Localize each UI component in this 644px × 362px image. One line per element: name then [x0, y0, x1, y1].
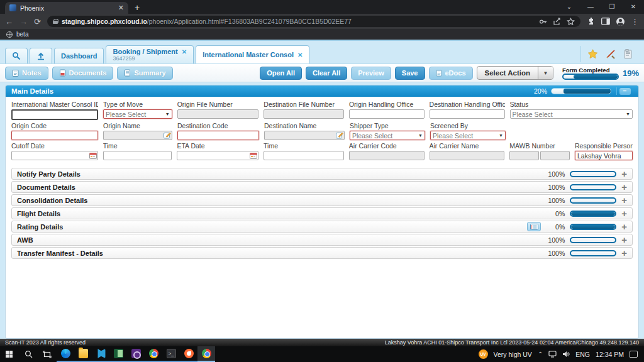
- eta-time-input[interactable]: [264, 151, 344, 160]
- notification-center-icon[interactable]: [630, 351, 638, 358]
- address-bar[interactable]: staging.shipco.phxcloud.io/phoenix/Appli…: [47, 16, 580, 27]
- save-button[interactable]: Save: [395, 67, 425, 80]
- edit-icon[interactable]: [164, 132, 171, 139]
- search-tab[interactable]: [5, 48, 28, 63]
- new-tab-button[interactable]: +: [135, 3, 140, 13]
- calendar-icon[interactable]: [89, 152, 97, 159]
- uv-index-icon[interactable]: UV: [479, 349, 488, 359]
- back-icon[interactable]: ←: [5, 17, 13, 26]
- taskbar-terminal[interactable]: >_: [162, 346, 180, 362]
- calendar-icon[interactable]: [250, 152, 257, 159]
- section-document-details[interactable]: Document Details 100% +: [11, 181, 633, 193]
- section-transfer-manifest-details[interactable]: Transfer Manifest - Details 100% +: [11, 247, 633, 259]
- reload-icon[interactable]: ⟳: [34, 17, 41, 26]
- expand-plus-icon[interactable]: +: [621, 169, 627, 178]
- section-rating-details[interactable]: Rating Details 0% +: [11, 221, 633, 233]
- select-action-dropdown[interactable]: Select Action ▼: [477, 66, 553, 80]
- section-notify-party-details[interactable]: Notify Party Details 100% +: [11, 168, 633, 180]
- share-icon[interactable]: [553, 18, 561, 26]
- taskbar-capture-tool[interactable]: [127, 346, 145, 362]
- favorites-star-icon[interactable]: [587, 49, 598, 59]
- eta-date-input[interactable]: [177, 151, 258, 160]
- main-details-collapse[interactable]: −: [616, 87, 633, 95]
- taskbar-chrome-active[interactable]: [197, 346, 215, 362]
- imc-id-input[interactable]: [11, 109, 98, 120]
- section-consolidation-details[interactable]: Consolidation Details 100% +: [11, 194, 633, 206]
- taskbar-search-button[interactable]: [19, 346, 38, 362]
- password-key-icon[interactable]: [539, 18, 547, 26]
- bookmark-star-icon[interactable]: [567, 18, 575, 26]
- rating-form-icon[interactable]: [527, 222, 541, 231]
- shipper-type-select[interactable]: Please Select▼: [350, 131, 425, 140]
- status-select[interactable]: Please Select▼: [510, 109, 633, 119]
- screened-by-select[interactable]: Please Select▼: [430, 131, 506, 140]
- tab-imc-close-icon[interactable]: ✕: [297, 52, 303, 58]
- collapse-minus-icon[interactable]: −: [619, 88, 631, 95]
- minimize-icon[interactable]: —: [580, 0, 601, 14]
- origin-code-input[interactable]: [11, 131, 98, 140]
- main-details-header[interactable]: Main Details 20% −: [6, 85, 638, 97]
- kebab-menu-icon[interactable]: ⋮: [631, 17, 639, 26]
- field-cutoff-time: Time: [103, 142, 172, 160]
- cutoff-time-input[interactable]: [103, 151, 172, 160]
- volume-icon[interactable]: [562, 351, 570, 358]
- tools-icon[interactable]: [606, 50, 616, 59]
- origin-handling-office-input[interactable]: [349, 109, 425, 119]
- expand-plus-icon[interactable]: +: [621, 182, 627, 192]
- window-menu-icon[interactable]: ⌄: [558, 0, 580, 14]
- taskbar-vscode[interactable]: [92, 346, 109, 362]
- network-icon[interactable]: [548, 351, 557, 358]
- tab-close-icon[interactable]: ✕: [118, 4, 124, 12]
- extensions-puzzle-icon[interactable]: [587, 18, 595, 26]
- taskbar-postman[interactable]: [180, 346, 197, 362]
- tab-booking-shipment[interactable]: Booking / Shipment ✕ 3647259: [106, 45, 194, 63]
- taskbar-edge[interactable]: [57, 346, 74, 362]
- preview-button[interactable]: Preview: [351, 67, 391, 80]
- section-flight-details[interactable]: Flight Details 0% +: [11, 207, 633, 219]
- bookmark-beta[interactable]: beta: [16, 31, 28, 38]
- clear-all-button[interactable]: Clear All: [306, 67, 347, 80]
- destination-code-input[interactable]: [177, 131, 259, 140]
- profile-avatar-icon[interactable]: [616, 18, 625, 26]
- taskbar-file-explorer[interactable]: [74, 346, 92, 362]
- documents-button[interactable]: Documents: [52, 67, 114, 80]
- expand-plus-icon[interactable]: +: [621, 235, 627, 244]
- expand-plus-icon[interactable]: +: [621, 209, 627, 218]
- section-awb[interactable]: AWB 100% +: [11, 234, 633, 246]
- responsible-person-input[interactable]: [575, 151, 633, 160]
- upload-tab[interactable]: [30, 48, 52, 63]
- expand-plus-icon[interactable]: +: [621, 195, 627, 205]
- language-indicator[interactable]: ENG: [575, 351, 590, 358]
- clock[interactable]: 12:34 PM: [596, 351, 624, 358]
- browser-tab[interactable]: Phoenix ✕: [5, 2, 128, 14]
- notes-button[interactable]: Notes: [5, 67, 48, 80]
- maximize-icon[interactable]: ❐: [601, 0, 623, 14]
- edocs-label: eDocs: [445, 69, 466, 77]
- side-panel-icon[interactable]: [601, 18, 610, 25]
- edocs-button[interactable]: eDocs: [429, 67, 473, 80]
- tray-chevron-icon[interactable]: ⌃: [538, 351, 543, 358]
- summary-button[interactable]: Summary: [117, 67, 172, 80]
- destination-name-input: [264, 131, 345, 140]
- task-view-button[interactable]: [38, 346, 57, 362]
- select-action-arrow-icon[interactable]: ▼: [538, 67, 553, 79]
- expand-plus-icon[interactable]: +: [621, 248, 627, 258]
- notes-panel-icon[interactable]: [624, 49, 633, 59]
- close-icon[interactable]: ✕: [623, 0, 644, 14]
- open-all-button[interactable]: Open All: [260, 67, 302, 80]
- destination-handling-office-input[interactable]: [430, 109, 505, 119]
- type-of-move-select[interactable]: Please Select▼: [103, 109, 172, 119]
- tab-dashboard[interactable]: Dashboard: [54, 48, 104, 63]
- edit-icon[interactable]: [336, 132, 343, 139]
- origin-file-number-label: Origin File Number: [177, 101, 259, 108]
- start-button[interactable]: [0, 346, 19, 362]
- taskbar-chrome[interactable]: [145, 346, 162, 362]
- taskbar-excel[interactable]: [109, 346, 127, 362]
- uv-index-text[interactable]: Very high UV: [494, 351, 532, 358]
- field-shipper-type: Shipper Type Please Select▼: [350, 122, 425, 140]
- tab-international-master-consol[interactable]: International Master Consol ✕: [196, 45, 309, 63]
- forward-icon[interactable]: →: [19, 17, 28, 26]
- tab-booking-close-icon[interactable]: ✕: [182, 48, 187, 55]
- expand-plus-icon[interactable]: +: [621, 222, 627, 231]
- cutoff-date-input[interactable]: [11, 151, 98, 160]
